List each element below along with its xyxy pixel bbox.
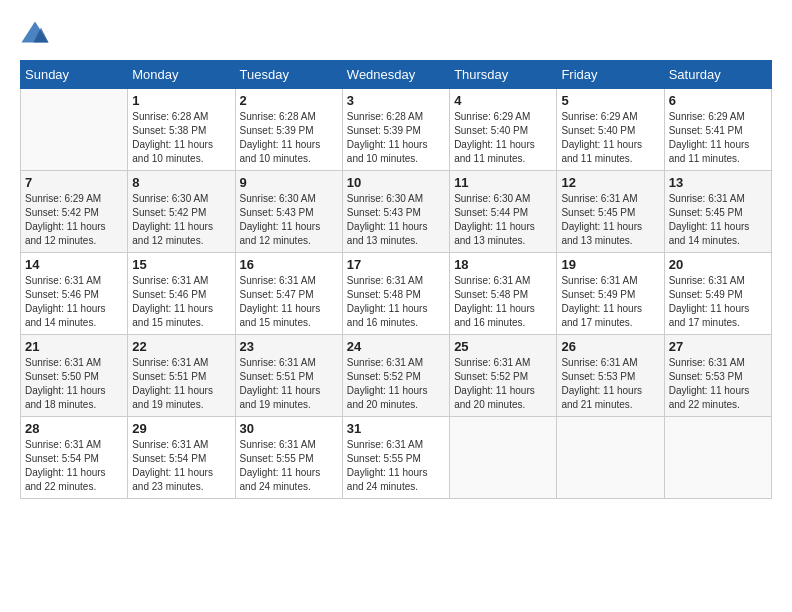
day-info: Sunrise: 6:30 AM Sunset: 5:43 PM Dayligh…: [240, 192, 338, 248]
day-info: Sunrise: 6:31 AM Sunset: 5:49 PM Dayligh…: [669, 274, 767, 330]
day-number: 16: [240, 257, 338, 272]
day-info: Sunrise: 6:28 AM Sunset: 5:39 PM Dayligh…: [240, 110, 338, 166]
calendar-cell: 2Sunrise: 6:28 AM Sunset: 5:39 PM Daylig…: [235, 89, 342, 171]
calendar-cell: 12Sunrise: 6:31 AM Sunset: 5:45 PM Dayli…: [557, 171, 664, 253]
calendar-header-row: SundayMondayTuesdayWednesdayThursdayFrid…: [21, 61, 772, 89]
day-info: Sunrise: 6:29 AM Sunset: 5:42 PM Dayligh…: [25, 192, 123, 248]
day-info: Sunrise: 6:31 AM Sunset: 5:46 PM Dayligh…: [132, 274, 230, 330]
day-info: Sunrise: 6:30 AM Sunset: 5:43 PM Dayligh…: [347, 192, 445, 248]
day-number: 11: [454, 175, 552, 190]
calendar-cell: 3Sunrise: 6:28 AM Sunset: 5:39 PM Daylig…: [342, 89, 449, 171]
day-number: 24: [347, 339, 445, 354]
day-info: Sunrise: 6:28 AM Sunset: 5:38 PM Dayligh…: [132, 110, 230, 166]
calendar-cell: 22Sunrise: 6:31 AM Sunset: 5:51 PM Dayli…: [128, 335, 235, 417]
day-number: 2: [240, 93, 338, 108]
day-info: Sunrise: 6:31 AM Sunset: 5:54 PM Dayligh…: [25, 438, 123, 494]
calendar-cell: 4Sunrise: 6:29 AM Sunset: 5:40 PM Daylig…: [450, 89, 557, 171]
day-number: 20: [669, 257, 767, 272]
day-number: 12: [561, 175, 659, 190]
day-number: 14: [25, 257, 123, 272]
day-number: 6: [669, 93, 767, 108]
calendar-cell: 15Sunrise: 6:31 AM Sunset: 5:46 PM Dayli…: [128, 253, 235, 335]
weekday-header-saturday: Saturday: [664, 61, 771, 89]
day-info: Sunrise: 6:31 AM Sunset: 5:45 PM Dayligh…: [669, 192, 767, 248]
day-info: Sunrise: 6:30 AM Sunset: 5:44 PM Dayligh…: [454, 192, 552, 248]
calendar-cell: 17Sunrise: 6:31 AM Sunset: 5:48 PM Dayli…: [342, 253, 449, 335]
calendar-cell: [21, 89, 128, 171]
day-info: Sunrise: 6:29 AM Sunset: 5:41 PM Dayligh…: [669, 110, 767, 166]
day-info: Sunrise: 6:30 AM Sunset: 5:42 PM Dayligh…: [132, 192, 230, 248]
day-info: Sunrise: 6:31 AM Sunset: 5:52 PM Dayligh…: [454, 356, 552, 412]
calendar-cell: 9Sunrise: 6:30 AM Sunset: 5:43 PM Daylig…: [235, 171, 342, 253]
day-number: 29: [132, 421, 230, 436]
day-number: 26: [561, 339, 659, 354]
day-info: Sunrise: 6:29 AM Sunset: 5:40 PM Dayligh…: [454, 110, 552, 166]
day-number: 22: [132, 339, 230, 354]
weekday-header-monday: Monday: [128, 61, 235, 89]
weekday-header-wednesday: Wednesday: [342, 61, 449, 89]
day-number: 27: [669, 339, 767, 354]
calendar-week-row: 14Sunrise: 6:31 AM Sunset: 5:46 PM Dayli…: [21, 253, 772, 335]
day-info: Sunrise: 6:31 AM Sunset: 5:52 PM Dayligh…: [347, 356, 445, 412]
logo-icon: [20, 20, 50, 50]
calendar-table: SundayMondayTuesdayWednesdayThursdayFrid…: [20, 60, 772, 499]
weekday-header-sunday: Sunday: [21, 61, 128, 89]
day-info: Sunrise: 6:31 AM Sunset: 5:51 PM Dayligh…: [132, 356, 230, 412]
day-number: 13: [669, 175, 767, 190]
day-info: Sunrise: 6:31 AM Sunset: 5:48 PM Dayligh…: [454, 274, 552, 330]
calendar-cell: 21Sunrise: 6:31 AM Sunset: 5:50 PM Dayli…: [21, 335, 128, 417]
day-number: 31: [347, 421, 445, 436]
calendar-cell: [557, 417, 664, 499]
calendar-week-row: 28Sunrise: 6:31 AM Sunset: 5:54 PM Dayli…: [21, 417, 772, 499]
day-info: Sunrise: 6:31 AM Sunset: 5:48 PM Dayligh…: [347, 274, 445, 330]
day-info: Sunrise: 6:31 AM Sunset: 5:53 PM Dayligh…: [669, 356, 767, 412]
calendar-cell: 13Sunrise: 6:31 AM Sunset: 5:45 PM Dayli…: [664, 171, 771, 253]
calendar-cell: [664, 417, 771, 499]
calendar-cell: 31Sunrise: 6:31 AM Sunset: 5:55 PM Dayli…: [342, 417, 449, 499]
calendar-cell: 18Sunrise: 6:31 AM Sunset: 5:48 PM Dayli…: [450, 253, 557, 335]
calendar-cell: 20Sunrise: 6:31 AM Sunset: 5:49 PM Dayli…: [664, 253, 771, 335]
day-number: 28: [25, 421, 123, 436]
calendar-cell: 26Sunrise: 6:31 AM Sunset: 5:53 PM Dayli…: [557, 335, 664, 417]
day-info: Sunrise: 6:31 AM Sunset: 5:51 PM Dayligh…: [240, 356, 338, 412]
logo: [20, 20, 54, 50]
day-number: 18: [454, 257, 552, 272]
day-number: 21: [25, 339, 123, 354]
calendar-cell: 29Sunrise: 6:31 AM Sunset: 5:54 PM Dayli…: [128, 417, 235, 499]
calendar-cell: 14Sunrise: 6:31 AM Sunset: 5:46 PM Dayli…: [21, 253, 128, 335]
day-number: 15: [132, 257, 230, 272]
calendar-cell: 28Sunrise: 6:31 AM Sunset: 5:54 PM Dayli…: [21, 417, 128, 499]
weekday-header-tuesday: Tuesday: [235, 61, 342, 89]
calendar-cell: 6Sunrise: 6:29 AM Sunset: 5:41 PM Daylig…: [664, 89, 771, 171]
calendar-cell: 11Sunrise: 6:30 AM Sunset: 5:44 PM Dayli…: [450, 171, 557, 253]
day-info: Sunrise: 6:31 AM Sunset: 5:53 PM Dayligh…: [561, 356, 659, 412]
day-number: 8: [132, 175, 230, 190]
day-number: 10: [347, 175, 445, 190]
day-info: Sunrise: 6:31 AM Sunset: 5:55 PM Dayligh…: [347, 438, 445, 494]
calendar-week-row: 1Sunrise: 6:28 AM Sunset: 5:38 PM Daylig…: [21, 89, 772, 171]
calendar-cell: 7Sunrise: 6:29 AM Sunset: 5:42 PM Daylig…: [21, 171, 128, 253]
calendar-cell: 16Sunrise: 6:31 AM Sunset: 5:47 PM Dayli…: [235, 253, 342, 335]
day-number: 5: [561, 93, 659, 108]
day-number: 19: [561, 257, 659, 272]
calendar-cell: 24Sunrise: 6:31 AM Sunset: 5:52 PM Dayli…: [342, 335, 449, 417]
day-info: Sunrise: 6:31 AM Sunset: 5:55 PM Dayligh…: [240, 438, 338, 494]
calendar-cell: 19Sunrise: 6:31 AM Sunset: 5:49 PM Dayli…: [557, 253, 664, 335]
day-info: Sunrise: 6:31 AM Sunset: 5:50 PM Dayligh…: [25, 356, 123, 412]
day-info: Sunrise: 6:31 AM Sunset: 5:47 PM Dayligh…: [240, 274, 338, 330]
calendar-week-row: 7Sunrise: 6:29 AM Sunset: 5:42 PM Daylig…: [21, 171, 772, 253]
day-number: 25: [454, 339, 552, 354]
weekday-header-friday: Friday: [557, 61, 664, 89]
day-number: 23: [240, 339, 338, 354]
calendar-cell: 10Sunrise: 6:30 AM Sunset: 5:43 PM Dayli…: [342, 171, 449, 253]
weekday-header-thursday: Thursday: [450, 61, 557, 89]
day-number: 1: [132, 93, 230, 108]
page-header: [20, 20, 772, 50]
day-info: Sunrise: 6:31 AM Sunset: 5:46 PM Dayligh…: [25, 274, 123, 330]
calendar-cell: 30Sunrise: 6:31 AM Sunset: 5:55 PM Dayli…: [235, 417, 342, 499]
calendar-cell: 23Sunrise: 6:31 AM Sunset: 5:51 PM Dayli…: [235, 335, 342, 417]
calendar-cell: 25Sunrise: 6:31 AM Sunset: 5:52 PM Dayli…: [450, 335, 557, 417]
calendar-cell: 27Sunrise: 6:31 AM Sunset: 5:53 PM Dayli…: [664, 335, 771, 417]
calendar-cell: [450, 417, 557, 499]
day-number: 17: [347, 257, 445, 272]
